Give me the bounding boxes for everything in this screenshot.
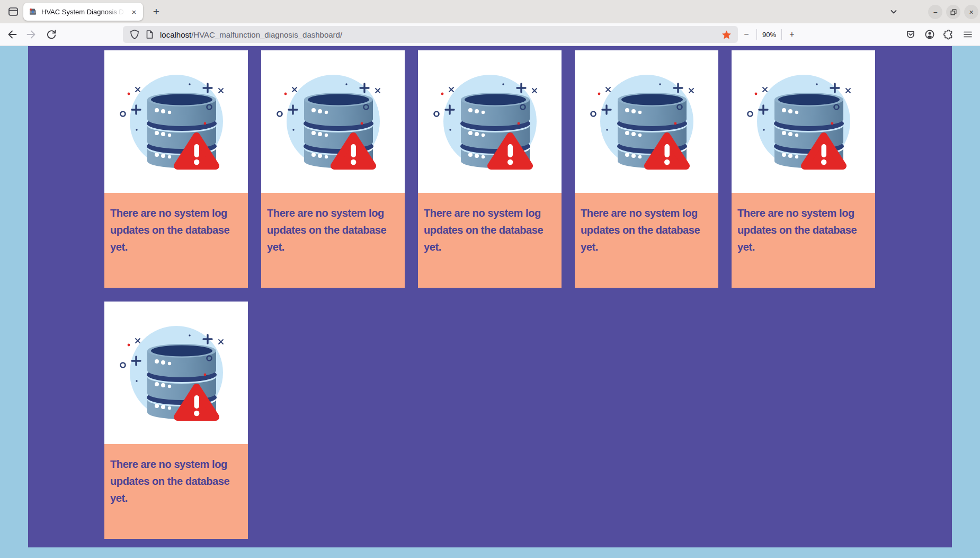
bookmark-star-icon: [721, 30, 732, 40]
card-illustration: [104, 302, 248, 444]
tab-close-button[interactable]: ×: [128, 6, 140, 17]
reload-button[interactable]: [42, 25, 60, 43]
system-log-card: There are no system log updates on the d…: [104, 302, 248, 539]
shield-icon: [129, 29, 140, 40]
system-log-card: There are no system log updates on the d…: [575, 50, 718, 288]
pocket-icon: [905, 29, 916, 40]
menu-button[interactable]: [959, 25, 977, 43]
close-window-button[interactable]: ×: [964, 5, 978, 19]
new-tab-button[interactable]: +: [147, 3, 165, 21]
zoom-in-button[interactable]: +: [785, 28, 799, 41]
card-panel: There are no system log updates on the d…: [732, 193, 875, 288]
card-panel: There are no system log updates on the d…: [104, 193, 248, 288]
extensions-button[interactable]: [940, 25, 958, 43]
browser-toolbar: localhost/HVAC_malfunction_diagnosis_das…: [0, 23, 980, 46]
account-icon: [924, 29, 935, 40]
toolbar-icons: [902, 25, 977, 43]
database-alert-illustration: [118, 63, 235, 180]
back-icon: [6, 29, 18, 40]
database-alert-illustration: [118, 314, 235, 431]
system-log-card: There are no system log updates on the d…: [732, 50, 875, 288]
tab-title: HVAC System Diagnosis D: [41, 8, 128, 16]
reload-icon: [46, 29, 57, 40]
system-log-card: There are no system log updates on the d…: [261, 50, 405, 288]
tab-list-chevron-icon: [889, 7, 898, 16]
url-host: localhost: [160, 30, 191, 39]
card-message: There are no system log updates on the d…: [424, 205, 555, 255]
dashboard-board: There are no system log updates on the d…: [28, 46, 952, 547]
divider: [781, 29, 782, 40]
bookmark-star-button[interactable]: [719, 27, 734, 42]
card-illustration: [104, 50, 248, 193]
tracking-protection-button[interactable]: [127, 27, 142, 42]
menu-icon: [963, 29, 973, 40]
restore-window-button[interactable]: [946, 5, 960, 19]
card-message: There are no system log updates on the d…: [737, 205, 868, 255]
hvac-favicon: [29, 7, 37, 16]
firefox-view-button[interactable]: [4, 3, 22, 21]
card-panel: There are no system log updates on the d…: [575, 193, 718, 288]
url-bar[interactable]: localhost/HVAC_malfunction_diagnosis_das…: [123, 26, 738, 43]
forward-button[interactable]: [22, 25, 40, 43]
firefox-view-icon: [8, 6, 19, 17]
zoom-level[interactable]: 90%: [760, 31, 778, 39]
extensions-puzzle-icon: [943, 29, 954, 40]
forward-icon: [25, 29, 37, 40]
card-panel: There are no system log updates on the d…: [104, 444, 248, 539]
list-all-tabs-button[interactable]: [885, 3, 903, 21]
zoom-controls: − 90% +: [740, 26, 799, 43]
url-path: /HVAC_malfunction_diagnosis_dashboard/: [191, 30, 342, 39]
browser-titlebar: HVAC System Diagnosis D × + − ×: [0, 0, 980, 23]
card-message: There are no system log updates on the d…: [581, 205, 711, 255]
zoom-out-button[interactable]: −: [740, 28, 753, 41]
minimize-button[interactable]: −: [928, 5, 942, 19]
back-button[interactable]: [3, 25, 21, 43]
divider: [756, 29, 757, 40]
system-log-card: There are no system log updates on the d…: [104, 50, 248, 288]
card-illustration: [575, 50, 718, 193]
page-icon: [145, 30, 154, 39]
database-alert-illustration: [589, 63, 705, 180]
browser-tab[interactable]: HVAC System Diagnosis D ×: [23, 3, 143, 21]
card-message: There are no system log updates on the d…: [267, 205, 398, 255]
card-illustration: [732, 50, 875, 193]
card-message: There are no system log updates on the d…: [110, 205, 241, 255]
database-alert-illustration: [275, 63, 391, 180]
page-viewport: There are no system log updates on the d…: [0, 46, 980, 558]
system-log-card: There are no system log updates on the d…: [418, 50, 562, 288]
card-illustration: [261, 50, 405, 193]
account-button[interactable]: [921, 25, 939, 43]
pocket-button[interactable]: [902, 25, 920, 43]
database-alert-illustration: [432, 63, 548, 180]
card-illustration: [418, 50, 562, 193]
database-alert-illustration: [745, 63, 862, 180]
card-panel: There are no system log updates on the d…: [418, 193, 562, 288]
card-panel: There are no system log updates on the d…: [261, 193, 405, 288]
card-message: There are no system log updates on the d…: [110, 456, 241, 507]
url-text[interactable]: localhost/HVAC_malfunction_diagnosis_das…: [160, 30, 719, 39]
site-info-button[interactable]: [142, 27, 157, 42]
restore-window-icon: [950, 8, 957, 16]
